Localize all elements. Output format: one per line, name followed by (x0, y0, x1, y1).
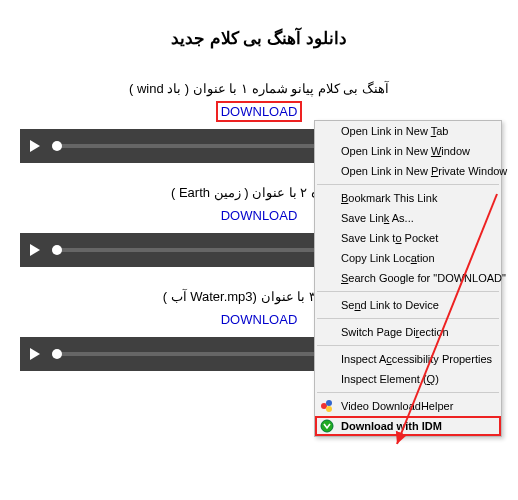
progress-thumb[interactable] (52, 349, 62, 359)
context-menu-separator (317, 318, 499, 319)
context-menu-item[interactable]: Inspect Accessibility Properties (315, 349, 501, 369)
context-menu-item[interactable]: Download with IDM (315, 416, 501, 436)
context-menu-item[interactable]: Save Link to Pocket (315, 228, 501, 248)
context-menu-separator (317, 291, 499, 292)
context-menu-item[interactable]: Inspect Element (Q) (315, 369, 501, 389)
context-menu-item[interactable]: Send Link to Device (315, 295, 501, 315)
track-title: آهنگ بی کلام پیانو شماره ۱ با عنوان ( با… (0, 67, 518, 104)
context-menu-item[interactable]: Open Link in New Private Window (315, 161, 501, 181)
play-icon[interactable] (30, 244, 40, 256)
svg-point-1 (326, 400, 332, 406)
context-menu-separator (317, 392, 499, 393)
download-link[interactable]: DOWNLOAD (221, 208, 298, 223)
svg-point-3 (321, 420, 333, 432)
context-menu-item[interactable]: Open Link in New Window (315, 141, 501, 161)
context-menu-item[interactable]: Save Link As... (315, 208, 501, 228)
progress-thumb[interactable] (52, 141, 62, 151)
download-link[interactable]: DOWNLOAD (221, 312, 298, 327)
context-menu-item[interactable]: Copy Link Location (315, 248, 501, 268)
context-menu: Open Link in New TabOpen Link in New Win… (314, 120, 502, 437)
svg-point-0 (321, 403, 327, 409)
play-icon[interactable] (30, 140, 40, 152)
progress-thumb[interactable] (52, 245, 62, 255)
play-icon[interactable] (30, 348, 40, 360)
context-menu-separator (317, 345, 499, 346)
context-menu-item[interactable]: Search Google for "DOWNLOAD" (315, 268, 501, 288)
download-link[interactable]: DOWNLOAD (216, 101, 303, 122)
context-menu-item[interactable]: Bookmark This Link (315, 188, 501, 208)
page-title: دانلود آهنگ بی کلام جدید (0, 0, 518, 67)
video-download-helper-icon (320, 399, 334, 413)
context-menu-item[interactable]: Open Link in New Tab (315, 121, 501, 141)
context-menu-item[interactable]: Video DownloadHelper (315, 396, 501, 416)
svg-point-2 (326, 406, 332, 412)
idm-icon (320, 419, 334, 433)
context-menu-item[interactable]: Switch Page Direction (315, 322, 501, 342)
context-menu-separator (317, 184, 499, 185)
